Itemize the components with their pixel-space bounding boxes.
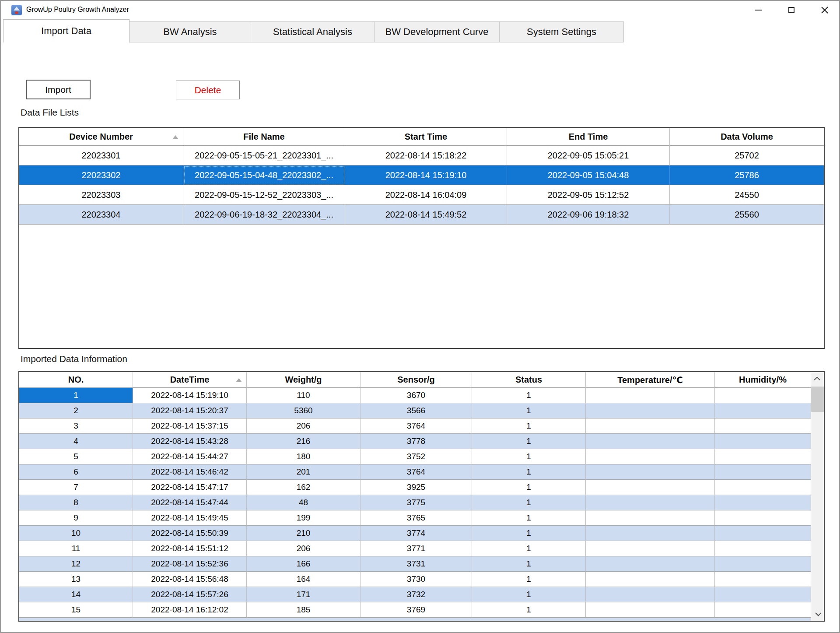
cell-status[interactable]: 1: [472, 449, 586, 464]
close-button[interactable]: [818, 4, 831, 17]
cell-temperature[interactable]: [586, 587, 715, 602]
cell-datetime[interactable]: 2022-08-14 15:47:44: [133, 495, 247, 510]
cell-status[interactable]: 1: [472, 495, 586, 510]
column-header-weight[interactable]: Weight/g: [247, 372, 360, 388]
file-table-row[interactable]: 22023301 2022-09-05-15-05-21_22023301_..…: [19, 146, 824, 165]
cell-status[interactable]: 1: [472, 602, 586, 618]
imported-data-row[interactable]: 9 2022-08-14 15:49:45 199 3765 1: [19, 510, 811, 526]
cell-humidity[interactable]: [715, 418, 811, 434]
column-header-datetime[interactable]: DateTime: [133, 372, 247, 388]
cell-data-volume[interactable]: 25702: [670, 146, 824, 165]
imported-data-row[interactable]: 5 2022-08-14 15:44:27 180 3752 1: [19, 449, 811, 464]
cell-temperature[interactable]: [586, 510, 715, 526]
imported-data-row[interactable]: 6 2022-08-14 15:46:42 201 3764 1: [19, 464, 811, 480]
cell-datetime[interactable]: 2022-08-14 15:50:39: [133, 526, 247, 541]
file-table-row[interactable]: 22023303 2022-09-05-15-12-52_22023303_..…: [19, 185, 824, 205]
cell-weight[interactable]: 201: [247, 464, 360, 480]
cell-temperature[interactable]: [586, 388, 715, 403]
column-header-status[interactable]: Status: [472, 372, 586, 388]
cell-temperature[interactable]: [586, 556, 715, 572]
cell-humidity[interactable]: [715, 587, 811, 602]
cell-humidity[interactable]: [715, 526, 811, 541]
cell-no[interactable]: 9: [19, 510, 133, 526]
import-button[interactable]: Import: [26, 80, 91, 99]
column-header-no[interactable]: NO.: [19, 372, 133, 388]
cell-no[interactable]: 14: [19, 587, 133, 602]
cell-no[interactable]: 10: [19, 526, 133, 541]
cell-sensor[interactable]: 3764: [360, 418, 472, 434]
minimize-button[interactable]: [752, 4, 765, 17]
cell-humidity[interactable]: [715, 495, 811, 510]
cell-no[interactable]: 3: [19, 418, 133, 434]
cell-end-time[interactable]: 2022-09-05 15:12:52: [507, 185, 670, 205]
cell-device-number[interactable]: 22023303: [19, 185, 183, 205]
cell-status[interactable]: 1: [472, 556, 586, 572]
maximize-button[interactable]: [785, 4, 798, 17]
cell-temperature[interactable]: [586, 449, 715, 464]
cell-start-time[interactable]: 2022-08-14 15:18:22: [345, 146, 507, 165]
scroll-down-button[interactable]: [811, 607, 824, 621]
cell-humidity[interactable]: [715, 541, 811, 556]
cell-sensor[interactable]: 3765: [360, 510, 472, 526]
file-table-row[interactable]: 22023304 2022-09-06-19-18-32_22023304_..…: [19, 205, 824, 225]
cell-weight[interactable]: 185: [247, 602, 360, 618]
cell-status[interactable]: 1: [472, 572, 586, 587]
file-table-row[interactable]: 22023302 2022-09-05-15-04-48_22023302_..…: [19, 165, 824, 185]
cell-status[interactable]: 1: [472, 464, 586, 480]
tab-bw-development-curve[interactable]: BW Development Curve: [374, 21, 500, 42]
table-row-partial[interactable]: [19, 618, 811, 621]
cell-end-time[interactable]: 2022-09-05 15:04:48: [507, 165, 670, 185]
cell-data-volume[interactable]: 25786: [670, 165, 824, 185]
cell-datetime[interactable]: 2022-08-14 16:12:02: [133, 602, 247, 618]
vertical-scrollbar[interactable]: [811, 372, 824, 621]
cell-humidity[interactable]: [715, 449, 811, 464]
cell-temperature[interactable]: [586, 480, 715, 495]
cell-datetime[interactable]: 2022-08-14 15:20:37: [133, 403, 247, 418]
cell-datetime[interactable]: 2022-08-14 15:49:45: [133, 510, 247, 526]
cell-no[interactable]: 8: [19, 495, 133, 510]
tab-import-data[interactable]: Import Data: [3, 19, 130, 42]
column-header-device-number[interactable]: Device Number: [19, 128, 183, 146]
imported-data-row[interactable]: 3 2022-08-14 15:37:15 206 3764 1: [19, 418, 811, 434]
cell-weight[interactable]: 48: [247, 495, 360, 510]
delete-button[interactable]: Delete: [176, 81, 240, 99]
imported-data-row[interactable]: 2 2022-08-14 15:20:37 5360 3566 1: [19, 403, 811, 418]
cell-end-time[interactable]: 2022-09-05 15:05:21: [507, 146, 670, 165]
imported-data-row[interactable]: 12 2022-08-14 15:52:36 166 3731 1: [19, 556, 811, 572]
cell-datetime[interactable]: 2022-08-14 15:46:42: [133, 464, 247, 480]
imported-data-row[interactable]: 4 2022-08-14 15:43:28 216 3778 1: [19, 434, 811, 449]
cell-datetime[interactable]: 2022-08-14 15:19:10: [133, 388, 247, 403]
cell-temperature[interactable]: [586, 495, 715, 510]
cell-weight[interactable]: 5360: [247, 403, 360, 418]
imported-data-row[interactable]: 1 2022-08-14 15:19:10 110 3670 1: [19, 388, 811, 403]
tab-bw-analysis[interactable]: BW Analysis: [129, 21, 251, 42]
cell-weight[interactable]: 216: [247, 434, 360, 449]
cell-temperature[interactable]: [586, 602, 715, 618]
cell-temperature[interactable]: [586, 418, 715, 434]
cell-sensor[interactable]: 3732: [360, 587, 472, 602]
cell-sensor[interactable]: 3769: [360, 602, 472, 618]
cell-file-name[interactable]: 2022-09-05-15-12-52_22023303_...: [183, 185, 345, 205]
cell-weight[interactable]: 180: [247, 449, 360, 464]
cell-humidity[interactable]: [715, 556, 811, 572]
cell-file-name[interactable]: 2022-09-05-15-05-21_22023301_...: [183, 146, 345, 165]
column-header-sensor[interactable]: Sensor/g: [360, 372, 472, 388]
cell-device-number[interactable]: 22023302: [19, 165, 183, 185]
imported-data-row[interactable]: 15 2022-08-14 16:12:02 185 3769 1: [19, 602, 811, 618]
cell-temperature[interactable]: [586, 572, 715, 587]
cell-no[interactable]: 7: [19, 480, 133, 495]
cell-datetime[interactable]: 2022-08-14 15:44:27: [133, 449, 247, 464]
cell-weight[interactable]: 164: [247, 572, 360, 587]
cell-status[interactable]: 1: [472, 526, 586, 541]
cell-datetime[interactable]: 2022-08-14 15:43:28: [133, 434, 247, 449]
cell-temperature[interactable]: [586, 434, 715, 449]
cell-sensor[interactable]: 3774: [360, 526, 472, 541]
cell-device-number[interactable]: 22023304: [19, 205, 183, 225]
cell-sensor[interactable]: 3764: [360, 464, 472, 480]
scroll-up-button[interactable]: [811, 372, 824, 386]
scrollbar-thumb[interactable]: [811, 387, 824, 412]
cell-weight[interactable]: 206: [247, 418, 360, 434]
column-header-humidity[interactable]: Humidity/%: [715, 372, 811, 388]
cell-start-time[interactable]: 2022-08-14 16:04:09: [345, 185, 507, 205]
cell-temperature[interactable]: [586, 526, 715, 541]
